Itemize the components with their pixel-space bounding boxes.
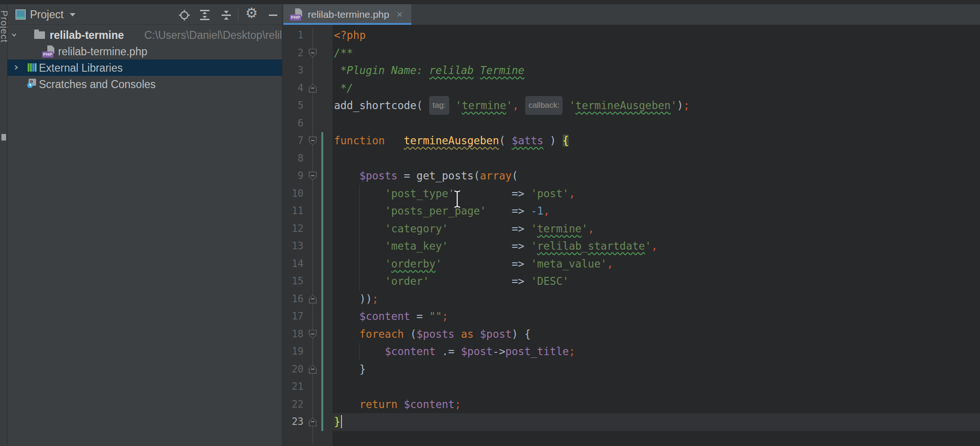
- code-token: as: [454, 328, 480, 340]
- code-token: [334, 310, 359, 322]
- code-line: ));: [334, 290, 379, 308]
- code-token: Termine: [480, 64, 525, 76]
- code-line: <?php: [334, 27, 366, 45]
- toolwindow-stripe-icon[interactable]: [1, 134, 6, 141]
- expand-all-button[interactable]: [198, 8, 212, 22]
- code-token: 'post': [531, 187, 569, 200]
- code-token: [334, 187, 385, 200]
- tree-item-external-libraries[interactable]: External Libraries: [7, 59, 282, 76]
- code-line: $posts = get_posts(array(: [334, 167, 518, 185]
- code-token: ': [455, 99, 462, 112]
- code-token: ,: [607, 258, 614, 270]
- code-token: "": [429, 310, 442, 322]
- code-token: {: [563, 134, 569, 147]
- code-token: [429, 275, 512, 287]
- line-number: 9: [282, 167, 304, 185]
- code-token: ): [677, 99, 683, 112]
- code-token: .=: [436, 345, 461, 357]
- hide-panel-button[interactable]: [266, 8, 280, 22]
- code-token: [474, 64, 480, 76]
- code-token: $content: [404, 398, 454, 410]
- code-token: startdate: [588, 240, 645, 252]
- line-number: 8: [282, 150, 304, 168]
- code-token: function: [334, 134, 385, 147]
- code-token: ;: [454, 398, 461, 410]
- line-number: 4: [282, 80, 304, 97]
- code-token: [334, 258, 385, 270]
- code-token: ': [569, 99, 576, 112]
- php-file-icon: PHP: [290, 8, 303, 21]
- code-token: ,: [512, 99, 519, 112]
- code-token: =: [410, 310, 430, 322]
- line-number: 19: [282, 343, 304, 361]
- minus-icon: [269, 15, 277, 16]
- code-token: $posts: [359, 170, 397, 182]
- tree-item-scratches[interactable]: Scratches and Consoles: [7, 76, 282, 92]
- code-token: [563, 99, 569, 112]
- window-top-strip: [0, 0, 980, 4]
- code-token: 'post_type': [385, 187, 454, 200]
- close-icon[interactable]: ✕: [396, 10, 403, 20]
- code-token: /**: [334, 47, 353, 59]
- line-number: 23: [282, 413, 304, 431]
- tree-item-label: relilab-termine.php: [58, 45, 147, 58]
- php-badge: PHP: [42, 52, 53, 58]
- code-token: [519, 99, 526, 112]
- code-token: ,: [543, 205, 550, 217]
- code-token: termineAusgeben: [404, 134, 499, 147]
- code-token: ,: [588, 223, 594, 235]
- code-editor-surface[interactable]: <?php/** *Plugin Name: relilab Termine *…: [334, 25, 980, 446]
- code-token: =>: [512, 275, 531, 287]
- code-token: (: [512, 170, 518, 182]
- chevron-right-icon[interactable]: [12, 64, 20, 71]
- code-token: [334, 293, 359, 305]
- code-token: [334, 170, 359, 182]
- code-token: relilab: [429, 64, 474, 76]
- code-token: [442, 258, 512, 270]
- code-token: *Plugin Name:: [334, 64, 429, 76]
- code-token: (: [404, 328, 416, 340]
- code-token: ': [581, 223, 588, 235]
- code-token: [334, 345, 385, 357]
- code-token: [448, 223, 512, 235]
- code-line: /**: [334, 45, 353, 62]
- collapse-all-button[interactable]: [219, 8, 233, 22]
- project-panel: Project ⚙: [7, 4, 282, 446]
- code-token: [334, 398, 359, 410]
- code-line: 'orderby' => 'meta_value',: [334, 255, 613, 273]
- locate-file-button[interactable]: [177, 8, 191, 22]
- parameter-hint: tag:: [429, 96, 449, 115]
- line-number: 7: [282, 132, 304, 150]
- code-token: orderby: [391, 258, 436, 270]
- toolbar-divider: [238, 8, 238, 21]
- code-token: $atts: [512, 134, 543, 147]
- parameter-hint: callback:: [525, 96, 563, 115]
- code-token: ': [531, 240, 537, 252]
- code-token: (: [416, 99, 429, 112]
- code-line: }: [334, 413, 341, 431]
- code-token: [334, 328, 359, 340]
- code-token: 'meta_value': [531, 258, 607, 270]
- code-token: [385, 134, 404, 147]
- line-number: 10: [282, 185, 304, 203]
- crosshair-target-icon: [178, 9, 191, 22]
- tree-item-project-root[interactable]: relilab-termine C:\Users\Daniel\Desktop\…: [7, 27, 282, 43]
- chevron-down-icon[interactable]: [69, 13, 76, 17]
- line-number: 20: [282, 361, 304, 379]
- toolwindow-bar[interactable]: Project: [0, 0, 7, 446]
- code-line: $content .= $post->post_title;: [334, 343, 575, 361]
- tab-relilab-termine[interactable]: PHP relilab-termine.php ✕: [283, 4, 411, 25]
- code-token: ): [543, 134, 563, 147]
- clock-icon: [27, 82, 33, 88]
- code-token: $post: [480, 328, 512, 340]
- scratches-icon: [28, 79, 37, 87]
- settings-button[interactable]: ⚙: [245, 6, 259, 20]
- chevron-down-icon[interactable]: [10, 31, 18, 38]
- collapse-all-icon: [220, 9, 232, 21]
- code-token: [449, 99, 456, 112]
- code-token: =>: [512, 187, 531, 200]
- code-token: _: [581, 240, 588, 252]
- code-token: ->: [493, 345, 505, 357]
- tree-item-php-file[interactable]: PHP relilab-termine.php: [7, 43, 282, 59]
- code-token: -1: [531, 205, 543, 217]
